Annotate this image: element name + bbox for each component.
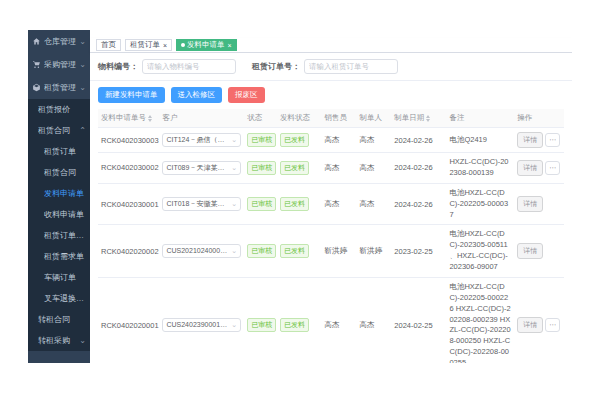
app-window: 仓库管理⌄采购管理⌄租赁管理⌄租赁报价租赁合同⌃租赁订单租赁合同发料申请单收料申… xyxy=(28,30,572,363)
cell-request-no: RCK0402020001 xyxy=(98,277,159,363)
sidebar-item-租赁合同[interactable]: 租赁合同 xyxy=(28,162,90,183)
sidebar-item-租赁订单[interactable]: 租赁订单 xyxy=(28,141,90,162)
more-actions-button[interactable]: ⋯ xyxy=(545,318,560,332)
customer-select[interactable]: CIT018－安徽某某物流设备⌄ xyxy=(162,197,241,211)
close-icon[interactable]: × xyxy=(228,42,232,49)
column-header-状态: 状态 xyxy=(244,109,277,128)
material-code-input[interactable] xyxy=(142,59,236,74)
chevron-down-icon: ⌄ xyxy=(79,37,86,46)
sidebar-item-label: 租赁管理 xyxy=(44,82,78,93)
sidebar-item-label: 发料申请单 xyxy=(44,188,86,199)
sidebar-item-叉车退换车记录[interactable]: 叉车退换车记录 xyxy=(28,288,90,309)
customer-select[interactable]: CUS2402390001－中建某某局⌄ xyxy=(162,318,241,332)
table-body: RCK0402030003CIT124－鼎信（南京）供应链⌄已审核已发料高杰高杰… xyxy=(98,128,564,364)
sidebar-item-仓库管理[interactable]: 仓库管理⌄ xyxy=(28,30,90,53)
cell-maker: 靳洪婷 xyxy=(356,225,391,278)
sidebar-item-label: 租赁订单（异常） xyxy=(44,230,86,241)
sidebar-item-label: 租赁需求单 xyxy=(44,251,86,262)
customer-select[interactable]: CIT124－鼎信（南京）供应链⌄ xyxy=(162,133,241,147)
column-header-发料状态: 发料状态 xyxy=(277,109,321,128)
cell-salesperson: 高杰 xyxy=(321,153,356,184)
main-area: 首页租赁订单×发料申请单× 物料编号： 租赁订单号： 新建发料申请单 送入检修区… xyxy=(90,30,572,363)
cell-maker: 高杰 xyxy=(356,277,391,363)
column-header-发料申请单号[interactable]: 发料申请单号 xyxy=(98,109,159,128)
lease-order-no-input[interactable] xyxy=(304,59,398,74)
cell-request-no: RCK0402030002 xyxy=(98,153,159,184)
chevron-down-icon: ⌄ xyxy=(79,83,86,92)
table-row: RCK0402030001CIT018－安徽某某物流设备⌄已审核已发料高杰高杰2… xyxy=(98,183,564,225)
issue-status-badge: 已发料 xyxy=(280,133,309,147)
table-row: RCK0402030002CIT089－天津某某物流供货⌄已审核已发料高杰高杰2… xyxy=(98,153,564,184)
sidebar-item-label: 租赁报价 xyxy=(38,104,86,115)
send-to-repair-button[interactable]: 送入检修区 xyxy=(171,87,223,103)
issue-status-badge: 已发料 xyxy=(280,197,309,211)
cell-maker: 高杰 xyxy=(356,128,391,153)
sidebar-item-转租采购[interactable]: 转租采购⌄ xyxy=(28,330,90,351)
cell-salesperson: 高杰 xyxy=(321,128,356,153)
filter-material-code: 物料编号： xyxy=(98,59,236,74)
cell-maker: 高杰 xyxy=(356,183,391,225)
issue-status-badge: 已发料 xyxy=(280,161,309,175)
column-header-销售员: 销售员 xyxy=(321,109,356,128)
table-row: RCK0402030003CIT124－鼎信（南京）供应链⌄已审核已发料高杰高杰… xyxy=(98,128,564,153)
tab-租赁订单[interactable]: 租赁订单× xyxy=(125,39,172,51)
box-icon xyxy=(32,83,41,92)
create-issue-request-button[interactable]: 新建发料申请单 xyxy=(98,87,165,103)
detail-button[interactable]: 详情 xyxy=(517,132,543,148)
sidebar-item-label: 转租合同 xyxy=(38,314,86,325)
sidebar-menu: 仓库管理⌄采购管理⌄租赁管理⌄租赁报价租赁合同⌃租赁订单租赁合同发料申请单收料申… xyxy=(28,30,90,363)
cell-salesperson: 高杰 xyxy=(321,277,356,363)
column-header-制单日期[interactable]: 制单日期 xyxy=(391,109,446,128)
cell-remark: 电池Q2419 xyxy=(449,135,511,146)
sort-icon[interactable] xyxy=(426,115,430,122)
navbar xyxy=(90,30,572,38)
status-badge: 已审核 xyxy=(247,161,276,175)
sidebar-item-label: 收料申请单 xyxy=(44,209,86,220)
chevron-down-icon: ⌄ xyxy=(231,247,237,255)
more-actions-button[interactable]: ⋯ xyxy=(545,161,560,175)
cell-request-no: RCK0402030001 xyxy=(98,183,159,225)
detail-button[interactable]: 详情 xyxy=(517,160,543,176)
cell-remark: 电池HXZL-CC(DC)-202305-00511 、HXZL-CC(DC)-… xyxy=(449,229,511,273)
tab-首页[interactable]: 首页 xyxy=(96,39,121,51)
sidebar-item-租赁报价[interactable]: 租赁报价 xyxy=(28,99,90,120)
issue-request-table: 发料申请单号客户状态发料状态销售员制单人制单日期备注操作 RCK04020300… xyxy=(98,109,564,363)
sidebar-item-采购管理[interactable]: 采购管理⌄ xyxy=(28,53,90,76)
sidebar-item-label: 租赁订单 xyxy=(44,146,86,157)
cell-date: 2024-02-25 xyxy=(391,277,446,363)
tab-发料申请单[interactable]: 发料申请单× xyxy=(176,39,237,51)
close-icon[interactable]: × xyxy=(163,42,167,49)
chevron-down-icon: ⌄ xyxy=(79,336,86,345)
issue-status-badge: 已发料 xyxy=(280,244,309,258)
sidebar-item-租赁订单（异常）[interactable]: 租赁订单（异常） xyxy=(28,225,90,246)
cell-salesperson: 高杰 xyxy=(321,183,356,225)
more-actions-button[interactable]: ⋯ xyxy=(545,133,560,147)
sidebar-item-车辆订单[interactable]: 车辆订单 xyxy=(28,267,90,288)
detail-button[interactable]: 详情 xyxy=(517,317,543,333)
sidebar-item-租赁需求单[interactable]: 租赁需求单 xyxy=(28,246,90,267)
sidebar-item-租赁合同[interactable]: 租赁合同⌃ xyxy=(28,120,90,141)
customer-select[interactable]: CUS20210240001－湖北某某⌄ xyxy=(162,244,241,258)
active-dot-icon xyxy=(181,43,185,47)
sidebar-item-收料申请单[interactable]: 收料申请单 xyxy=(28,204,90,225)
cell-request-no: RCK0402020002 xyxy=(98,225,159,278)
sort-icon[interactable] xyxy=(148,115,152,122)
home-icon xyxy=(32,37,41,46)
cart-icon xyxy=(32,60,41,69)
tab-label: 首页 xyxy=(101,40,116,50)
scrap-area-button[interactable]: 报废区 xyxy=(228,87,265,103)
column-header-制单人: 制单人 xyxy=(356,109,391,128)
detail-button[interactable]: 详情 xyxy=(517,243,543,259)
chevron-down-icon: ⌄ xyxy=(79,60,86,69)
sidebar-item-租赁管理[interactable]: 租赁管理⌄ xyxy=(28,76,90,99)
chevron-down-icon: ⌄ xyxy=(231,136,237,144)
cell-maker: 高杰 xyxy=(356,153,391,184)
sidebar-item-label: 仓库管理 xyxy=(44,36,78,47)
sidebar-item-转租合同[interactable]: 转租合同 xyxy=(28,309,90,330)
detail-button[interactable]: 详情 xyxy=(517,196,543,212)
customer-select[interactable]: CIT089－天津某某物流供货⌄ xyxy=(162,161,241,175)
issue-request-table-wrap: 发料申请单号客户状态发料状态销售员制单人制单日期备注操作 RCK04020300… xyxy=(90,107,572,363)
status-badge: 已审核 xyxy=(247,318,276,332)
material-code-label: 物料编号： xyxy=(98,61,138,72)
sidebar-item-发料申请单[interactable]: 发料申请单 xyxy=(28,183,90,204)
